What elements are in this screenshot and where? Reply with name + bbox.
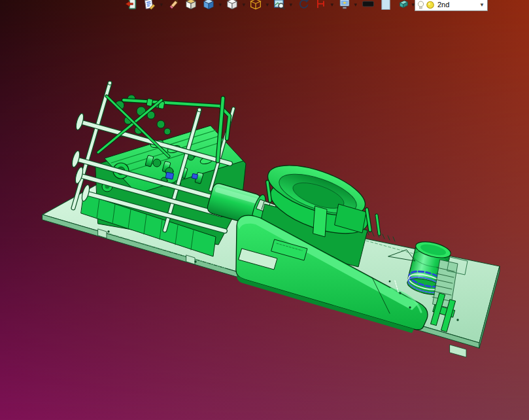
wireframe-cube-icon[interactable] (250, 0, 262, 11)
shaded-cube-icon[interactable] (203, 0, 215, 11)
configuration-value: 2nd (436, 1, 449, 9)
markup-note-icon[interactable] (144, 0, 156, 11)
rotate-view-icon[interactable] (298, 0, 310, 11)
pen-icon[interactable] (168, 0, 180, 11)
zoom-image-icon[interactable] (273, 0, 286, 11)
line-thickness-icon[interactable] (362, 0, 375, 11)
bulb-on-icon (426, 0, 435, 10)
dropdown-chevron-icon[interactable]: ▾ (352, 0, 358, 10)
configuration-selector[interactable]: 2nd ▼ (415, 0, 488, 11)
dropdown-chevron-icon[interactable]: ▾ (241, 0, 247, 10)
blue-fitting[interactable] (165, 172, 174, 179)
presentation-icon[interactable] (339, 0, 351, 11)
dropdown-chevron-icon[interactable]: ▾ (158, 0, 164, 10)
combo-arrow-icon[interactable]: ▼ (479, 2, 485, 8)
viewport-canvas[interactable] (0, 0, 529, 420)
shaded-with-edges-cube-icon[interactable] (185, 0, 197, 11)
toolbar: ▾ ▾ (0, 0, 529, 11)
hidden-lines-cube-icon[interactable] (226, 0, 239, 11)
dropdown-chevron-icon[interactable]: ▾ (264, 0, 270, 10)
bulb-off-icon (417, 0, 424, 10)
dropdown-chevron-icon[interactable]: ▾ (217, 0, 223, 10)
side-panel-icon[interactable] (380, 0, 392, 11)
cad-viewport[interactable] (0, 0, 529, 420)
dropdown-chevron-icon[interactable]: ▾ (288, 0, 294, 10)
dropdown-chevron-icon[interactable]: ▾ (329, 0, 335, 10)
eraser-3d-icon[interactable] (397, 0, 409, 11)
open-icon[interactable] (125, 0, 137, 11)
dimension-icon[interactable] (315, 0, 328, 11)
blue-fitting[interactable] (192, 173, 197, 179)
